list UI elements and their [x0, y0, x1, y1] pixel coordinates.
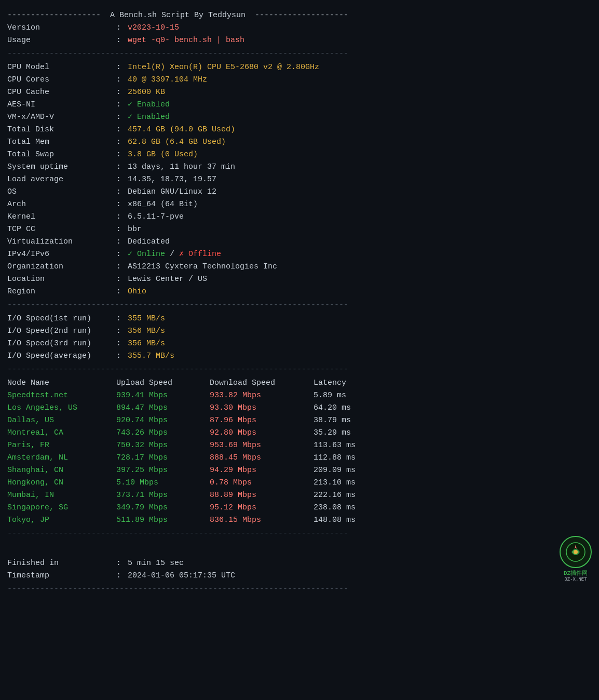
network-upload-4: 750.32 Mbps [116, 439, 210, 452]
io-run2-line: I/O Speed(2nd run) : 356 MB/s [7, 325, 592, 338]
vmx-label: VM-x/AMD-V [7, 111, 116, 124]
finished-label: Finished in [7, 557, 116, 570]
network-header-line: Node Name Upload Speed Download Speed La… [7, 377, 592, 389]
io-avg-label: I/O Speed(average) [7, 350, 116, 362]
loc-value: Lewis Center / US [128, 273, 207, 286]
network-latency-4: 113.63 ms [314, 439, 356, 452]
virt-value: Dedicated [128, 236, 170, 248]
timestamp-value: 2024-01-06 05:17:35 UTC [128, 570, 235, 582]
footer-section: Finished in : 5 min 15 sec Timestamp : 2… [7, 541, 592, 582]
kernel-value: 6.5.11-7-pve [128, 211, 184, 223]
col-download-header: Download Speed [210, 377, 314, 389]
network-upload-10: 511.89 Mbps [116, 514, 210, 527]
network-download-4: 953.69 Mbps [210, 439, 314, 452]
mem-line: Total Mem : 62.8 GB (6.4 GB Used) [7, 136, 592, 149]
network-node-6: Shanghai, CN [7, 464, 116, 477]
network-latency-9: 238.08 ms [314, 502, 356, 514]
network-latency-5: 112.88 ms [314, 452, 356, 464]
finished-line: Finished in : 5 min 15 sec [7, 557, 560, 570]
kernel-line: Kernel : 6.5.11-7-pve [7, 211, 592, 223]
timestamp-line: Timestamp : 2024-01-06 05:17:35 UTC [7, 570, 560, 582]
loc-label: Location [7, 273, 116, 286]
timestamp-label: Timestamp [7, 570, 116, 582]
org-value: AS12213 Cyxtera Technologies Inc [128, 261, 277, 273]
virt-line: Virtualization : Dedicated [7, 236, 592, 248]
network-divider-top: ----------------------------------------… [7, 364, 592, 376]
network-upload-0: 939.41 Mbps [116, 389, 210, 402]
cpu-model-line: CPU Model : Intel(R) Xeon(R) CPU E5-2680… [7, 61, 592, 74]
tcp-label: TCP CC [7, 223, 116, 236]
network-download-0: 933.82 Mbps [210, 389, 314, 402]
network-download-7: 0.78 Mbps [210, 477, 314, 489]
footer-divider-top: ----------------------------------------… [7, 528, 592, 540]
footer-divider-bottom: ----------------------------------------… [7, 583, 592, 596]
version-value: v2023-10-15 [128, 22, 179, 34]
network-node-4: Paris, FR [7, 439, 116, 452]
network-row: Amsterdam, NL728.17 Mbps888.45 Mbps112.8… [7, 452, 592, 464]
svg-point-1 [574, 550, 578, 554]
cpu-cache-label: CPU Cache [7, 86, 116, 99]
header-divider: -------------------- A Bench.sh Script B… [7, 9, 592, 22]
logo-circle [560, 536, 592, 568]
ipv-label: IPv4/IPv6 [7, 248, 116, 261]
region-line: Region : Ohio [7, 286, 592, 298]
io-run3-label: I/O Speed(3rd run) [7, 338, 116, 350]
io-divider-top: ----------------------------------------… [7, 299, 592, 312]
uptime-label: System uptime [7, 161, 116, 173]
load-value: 14.35, 18.73, 19.57 [128, 173, 216, 186]
network-download-8: 88.89 Mbps [210, 489, 314, 502]
aes-label: AES-NI [7, 99, 116, 111]
virt-label: Virtualization [7, 236, 116, 248]
terminal-output: -------------------- A Bench.sh Script B… [7, 5, 592, 601]
io-run2-label: I/O Speed(2nd run) [7, 325, 116, 338]
network-upload-9: 349.79 Mbps [116, 502, 210, 514]
network-upload-8: 373.71 Mbps [116, 489, 210, 502]
logo-area: DZ插件网 DZ-X.NET [560, 536, 592, 582]
usage-label: Usage [7, 34, 116, 47]
finished-value: 5 min 15 sec [128, 557, 184, 570]
io-run2-value: 356 MB/s [128, 325, 165, 338]
logo-text-line2: DZ-X.NET [564, 577, 587, 582]
os-label: OS [7, 186, 116, 198]
network-node-3: Montreal, CA [7, 427, 116, 439]
io-run1-value: 355 MB/s [128, 313, 165, 325]
region-value: Ohio [128, 286, 146, 298]
org-label: Organization [7, 261, 116, 273]
col-latency-header: Latency [314, 377, 346, 389]
load-label: Load average [7, 173, 116, 186]
loc-line: Location : Lewis Center / US [7, 273, 592, 286]
mem-label: Total Mem [7, 136, 116, 149]
cpu-cores-label: CPU Cores [7, 74, 116, 86]
network-latency-7: 213.10 ms [314, 477, 356, 489]
col-node-header: Node Name [7, 377, 116, 389]
network-row: Los Angeles, US894.47 Mbps93.30 Mbps64.2… [7, 402, 592, 414]
network-row: Singapore, SG349.79 Mbps95.12 Mbps238.08… [7, 502, 592, 514]
network-row: Mumbai, IN373.71 Mbps88.89 Mbps222.16 ms [7, 489, 592, 502]
vmx-line: VM-x/AMD-V : ✓ Enabled [7, 111, 592, 124]
disk-value: 457.4 GB (94.0 GB Used) [128, 124, 235, 136]
network-download-1: 93.30 Mbps [210, 402, 314, 414]
network-row: Shanghai, CN397.25 Mbps94.29 Mbps209.09 … [7, 464, 592, 477]
network-latency-6: 209.09 ms [314, 464, 356, 477]
network-download-6: 94.29 Mbps [210, 464, 314, 477]
version-line: Version : v2023-10-15 [7, 22, 592, 34]
io-avg-value: 355.7 MB/s [128, 350, 174, 362]
logo-svg [565, 542, 586, 562]
network-download-10: 836.15 Mbps [210, 514, 314, 527]
io-avg-line: I/O Speed(average) : 355.7 MB/s [7, 350, 592, 362]
usage-value: wget -q0- bench.sh | bash [128, 34, 244, 47]
col-upload-header: Upload Speed [116, 377, 210, 389]
arch-label: Arch [7, 198, 116, 211]
network-node-10: Tokyo, JP [7, 514, 116, 527]
cpu-cores-value: 40 @ 3397.104 MHz [128, 74, 207, 86]
network-download-3: 92.80 Mbps [210, 427, 314, 439]
disk-line: Total Disk : 457.4 GB (94.0 GB Used) [7, 124, 592, 136]
swap-value: 3.8 GB (0 Used) [128, 149, 198, 161]
uptime-line: System uptime : 13 days, 11 hour 37 min [7, 161, 592, 173]
network-latency-10: 148.08 ms [314, 514, 356, 527]
uptime-value: 13 days, 11 hour 37 min [128, 161, 235, 173]
arch-line: Arch : x86_64 (64 Bit) [7, 198, 592, 211]
os-value: Debian GNU/Linux 12 [128, 186, 216, 198]
network-download-5: 888.45 Mbps [210, 452, 314, 464]
network-upload-5: 728.17 Mbps [116, 452, 210, 464]
